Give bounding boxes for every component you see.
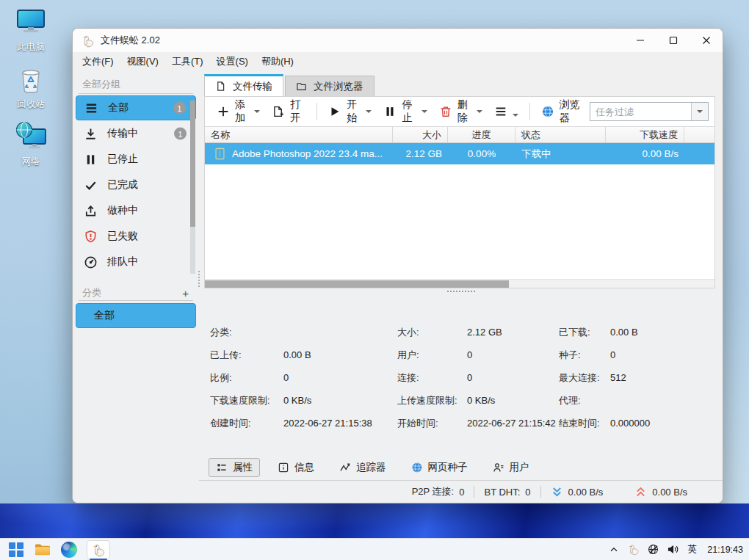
detail-label: 最大连接: xyxy=(559,371,610,385)
horizontal-scrollbar-thumb[interactable] xyxy=(205,280,509,288)
detail-label: 连接: xyxy=(397,371,467,385)
sidebar-item-transferring[interactable]: 传输中 1 xyxy=(76,121,196,146)
recycle-bin-icon xyxy=(15,63,47,95)
desktop-icon-label: 回收站 xyxy=(17,98,45,111)
sidebar-item-seeding[interactable]: 做种中 xyxy=(76,198,196,223)
p2p-label: P2P 连接: xyxy=(412,485,455,498)
detail-label: 结束时间: xyxy=(559,417,610,430)
maximize-icon xyxy=(669,36,678,45)
taskbar-app-button[interactable] xyxy=(87,540,110,559)
edge-button[interactable] xyxy=(60,541,78,559)
detail-label: 开始时间: xyxy=(397,417,467,430)
detail-value: 0 xyxy=(467,372,472,383)
desktop-icon-recycle-bin[interactable]: 回收站 xyxy=(4,63,57,111)
category-header: 分类 xyxy=(82,286,101,299)
sidebar-item-failed[interactable]: 已失败 xyxy=(76,224,196,249)
close-button[interactable] xyxy=(690,29,723,52)
tab-web-seeds[interactable]: 网页种子 xyxy=(404,458,475,477)
file-explorer-button[interactable] xyxy=(34,541,51,559)
start-button[interactable] xyxy=(7,541,25,559)
close-icon xyxy=(702,36,711,45)
sidebar-item-completed[interactable]: 已完成 xyxy=(76,172,196,197)
start-button[interactable]: 开始 xyxy=(322,101,377,123)
column-header-speed[interactable]: 下载速度 xyxy=(606,127,684,142)
network-status-button[interactable] xyxy=(647,543,660,556)
desktop-icon-network[interactable]: 网络 xyxy=(4,120,57,168)
add-category-button[interactable]: + xyxy=(179,287,192,299)
app-window: 文件蜈蚣 2.02 文件(F) 视图(V) 工具(T) 设置(S) 帮助(H) xyxy=(72,28,723,503)
chevron-down-icon xyxy=(513,114,518,120)
sidebar-item-queued[interactable]: 排队中 xyxy=(76,250,196,274)
table-row[interactable]: Adobe Photoshop 2022 23.4 ma... 2.12 GB … xyxy=(205,143,714,164)
browser-button[interactable]: 浏览器 xyxy=(535,101,590,123)
menu-tools[interactable]: 工具(T) xyxy=(165,52,210,71)
column-header-progress[interactable]: 进度 xyxy=(448,127,515,142)
menu-view[interactable]: 视图(V) xyxy=(120,52,165,71)
column-header-status[interactable]: 状态 xyxy=(515,127,606,142)
tab-properties[interactable]: 属性 xyxy=(209,458,260,477)
detail-value: 2022-06-27 21:15:38 xyxy=(283,418,372,429)
tracker-route-icon xyxy=(339,462,351,473)
category-item-all[interactable]: 全部 xyxy=(76,303,196,328)
status-separator xyxy=(474,486,474,498)
minimize-button[interactable] xyxy=(623,29,656,52)
sidebar-scrollbar-thumb[interactable] xyxy=(190,101,195,227)
details-grid: 分类: 大小:2.12 GB 已下载:0.00 B 已上传:0.00 B 用户:… xyxy=(210,321,650,434)
network-icon xyxy=(15,120,47,153)
tab-users[interactable]: 用户 xyxy=(485,458,537,477)
browser-label: 浏览器 xyxy=(560,98,584,125)
input-language-indicator[interactable]: 英 xyxy=(687,543,699,556)
double-chevron-down-icon xyxy=(551,486,563,498)
check-icon xyxy=(84,178,98,192)
trash-icon xyxy=(439,105,452,118)
task-filter-combobox xyxy=(590,102,709,121)
wallpaper-bloom xyxy=(0,503,749,538)
sidebar-item-label: 传输中 xyxy=(107,127,138,140)
add-label: 添加 xyxy=(235,98,249,125)
windows-start-icon xyxy=(9,542,23,557)
detail-value: 0 KB/s xyxy=(467,395,495,406)
globe-icon xyxy=(411,462,423,473)
toolbar: 添加 打开 开始 xyxy=(205,97,714,126)
tab-file-browser[interactable]: 文件浏览器 xyxy=(285,76,374,96)
speaker-icon xyxy=(667,543,679,556)
open-button[interactable]: 打开 xyxy=(266,101,311,123)
panel-splitter-handle[interactable] xyxy=(447,291,475,292)
column-header-size[interactable]: 大小 xyxy=(393,127,448,142)
sidebar-item-label: 已完成 xyxy=(107,178,138,192)
tab-info[interactable]: 信息 xyxy=(270,458,322,477)
tray-goose-icon-button[interactable] xyxy=(627,543,640,556)
chevron-down-icon xyxy=(366,110,372,116)
tab-strip: 文件传输 文件浏览器 xyxy=(204,74,374,96)
delete-button[interactable]: 删除 xyxy=(433,101,488,123)
horizontal-scrollbar[interactable] xyxy=(205,279,714,288)
menu-settings[interactable]: 设置(S) xyxy=(210,52,255,71)
add-button[interactable]: 添加 xyxy=(211,101,266,123)
tray-chevron-button[interactable] xyxy=(607,543,620,556)
detail-label: 分类: xyxy=(210,326,283,339)
stop-button[interactable]: 停止 xyxy=(377,101,433,123)
titlebar[interactable]: 文件蜈蚣 2.02 xyxy=(73,29,723,52)
column-header-extra[interactable] xyxy=(684,127,714,142)
chevron-down-icon xyxy=(477,110,482,116)
more-menu-button[interactable] xyxy=(488,101,524,123)
sidebar-item-all[interactable]: 全部 1 xyxy=(76,95,196,120)
filter-dropdown-button[interactable] xyxy=(691,103,708,120)
globe-icon xyxy=(541,105,554,118)
stop-label: 停止 xyxy=(402,98,416,125)
desktop-icon-this-pc[interactable]: 此电脑 xyxy=(4,6,57,54)
menu-file[interactable]: 文件(F) xyxy=(76,52,120,71)
volume-button[interactable] xyxy=(667,543,680,556)
tab-file-transfer[interactable]: 文件传输 xyxy=(204,74,283,96)
no-internet-globe-icon xyxy=(647,543,659,556)
column-header-name[interactable]: 名称 xyxy=(205,127,393,142)
detail-value: 0.00 B xyxy=(283,349,311,360)
tab-trackers[interactable]: 追踪器 xyxy=(332,458,394,477)
menu-help[interactable]: 帮助(H) xyxy=(255,52,300,71)
task-filter-input[interactable] xyxy=(590,103,691,120)
chevron-up-icon xyxy=(609,545,619,555)
sidebar-item-stopped[interactable]: 已停止 xyxy=(76,147,196,172)
detail-value: 0 xyxy=(610,349,615,360)
taskbar-clock[interactable]: 21:19:43 xyxy=(705,545,743,555)
maximize-button[interactable] xyxy=(656,29,690,52)
